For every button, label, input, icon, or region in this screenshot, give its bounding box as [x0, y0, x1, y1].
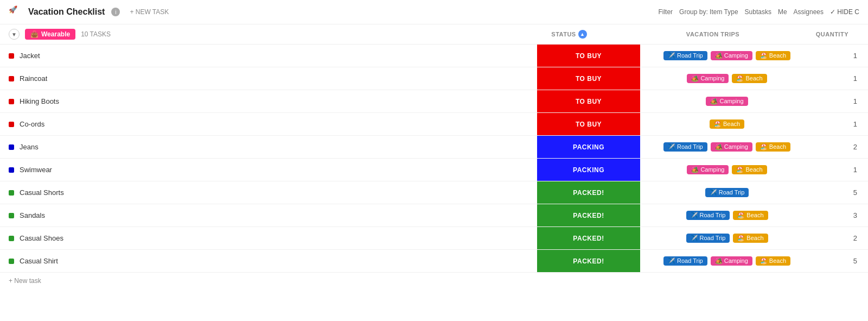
- status-cell[interactable]: PACKING: [537, 159, 640, 181]
- task-left: Sandals: [0, 207, 537, 224]
- status-cell[interactable]: TO BUY: [537, 67, 640, 90]
- status-cell[interactable]: PACKED!: [537, 250, 640, 272]
- task-row[interactable]: Casual ShirtPACKED!✈️ Road Trip🏕️ Campin…: [0, 250, 868, 273]
- task-left: Raincoat: [0, 70, 537, 87]
- task-row[interactable]: JeansPACKING✈️ Road Trip🏕️ Camping🏖️ Bea…: [0, 136, 868, 159]
- qty-cell: 1: [814, 74, 868, 83]
- app-logo: 🚀: [9, 5, 22, 18]
- trips-cell: ✈️ Road Trip🏕️ Camping🏖️ Beach: [640, 139, 814, 155]
- subtasks-button[interactable]: Subtasks: [745, 8, 771, 16]
- trip-tag[interactable]: ✈️ Road Trip: [663, 142, 707, 152]
- task-row[interactable]: RaincoatTO BUY🏕️ Camping🏖️ Beach1: [0, 67, 868, 90]
- col-qty-header: QUANTITY: [805, 31, 859, 37]
- task-row[interactable]: Co-ordsTO BUY🏖️ Beach1: [0, 113, 868, 136]
- trip-tag[interactable]: ✈️ Road Trip: [686, 234, 730, 243]
- trips-cell: ✈️ Road Trip🏖️ Beach: [640, 207, 814, 223]
- status-cell[interactable]: TO BUY: [537, 90, 640, 112]
- trips-cell: ✈️ Road Trip🏕️ Camping🏖️ Beach: [640, 253, 814, 269]
- qty-cell: 3: [814, 211, 868, 219]
- group-count: 10 TASKS: [81, 30, 111, 38]
- color-dot: [9, 213, 14, 218]
- task-name: Casual Shoes: [20, 234, 63, 242]
- assignees-button[interactable]: Assignees: [794, 8, 824, 16]
- trip-tag[interactable]: ✈️ Road Trip: [663, 51, 707, 60]
- me-button[interactable]: Me: [778, 8, 787, 16]
- task-row[interactable]: SandalsPACKED!✈️ Road Trip🏖️ Beach3: [0, 204, 868, 227]
- qty-cell: 5: [814, 188, 868, 197]
- sort-icon[interactable]: ▲: [578, 30, 587, 39]
- status-cell[interactable]: TO BUY: [537, 113, 640, 135]
- task-name: Jeans: [20, 143, 39, 151]
- top-bar: 🚀 Vacation Checklist i + NEW TASK Filter…: [0, 0, 868, 24]
- status-cell[interactable]: PACKED!: [537, 181, 640, 204]
- trips-cell: 🏖️ Beach: [640, 116, 814, 132]
- qty-cell: 1: [814, 52, 868, 60]
- trips-cell: ✈️ Road Trip: [640, 185, 814, 200]
- trip-tag[interactable]: ✈️ Road Trip: [686, 211, 730, 220]
- task-row[interactable]: SwimwearPACKING🏕️ Camping🏖️ Beach1: [0, 159, 868, 181]
- col-trips-header: VACATION TRIPS: [626, 31, 800, 37]
- trips-cell: ✈️ Road Trip🏕️ Camping🏖️ Beach: [640, 48, 814, 64]
- task-row[interactable]: Hiking BootsTO BUY🏕️ Camping1: [0, 90, 868, 113]
- group-by-button[interactable]: Group by: Item Type: [679, 8, 738, 16]
- task-left: Casual Shoes: [0, 230, 537, 247]
- status-cell[interactable]: TO BUY: [537, 45, 640, 67]
- group-header: ▼ 👜 Wearable 10 TASKS STATUS ▲ VACATION …: [0, 24, 868, 45]
- qty-cell: 1: [814, 97, 868, 105]
- new-task-row[interactable]: + New task: [0, 273, 868, 289]
- qty-cell: 2: [814, 234, 868, 242]
- trip-tag[interactable]: 🏖️ Beach: [732, 165, 767, 174]
- task-left: Jacket: [0, 47, 537, 64]
- trips-cell: ✈️ Road Trip🏖️ Beach: [640, 230, 814, 246]
- task-name: Sandals: [20, 211, 45, 219]
- task-row[interactable]: JacketTO BUY✈️ Road Trip🏕️ Camping🏖️ Bea…: [0, 45, 868, 67]
- col-status-header: STATUS ▲: [518, 30, 621, 39]
- info-icon[interactable]: i: [111, 8, 120, 16]
- trip-tag[interactable]: ✈️ Road Trip: [663, 256, 707, 266]
- group-badge-label: Wearable: [41, 30, 70, 38]
- qty-cell: 5: [814, 257, 868, 265]
- task-left: Co-ords: [0, 116, 537, 133]
- trip-tag[interactable]: 🏖️ Beach: [710, 119, 744, 129]
- trip-tag[interactable]: 🏖️ Beach: [733, 211, 768, 220]
- task-left: Casual Shorts: [0, 184, 537, 201]
- status-cell[interactable]: PACKED!: [537, 227, 640, 249]
- task-row[interactable]: Casual ShortsPACKED!✈️ Road Trip5: [0, 181, 868, 204]
- color-dot: [9, 122, 14, 127]
- trip-tag[interactable]: 🏕️ Camping: [711, 142, 752, 152]
- task-left: Swimwear: [0, 161, 537, 178]
- trips-cell: 🏕️ Camping🏖️ Beach: [640, 162, 814, 178]
- status-cell[interactable]: PACKING: [537, 136, 640, 158]
- filter-button[interactable]: Filter: [658, 8, 673, 16]
- trip-tag[interactable]: 🏕️ Camping: [687, 165, 729, 174]
- color-dot: [9, 53, 14, 59]
- color-dot: [9, 76, 14, 81]
- task-name: Raincoat: [20, 74, 47, 83]
- task-left: Casual Shirt: [0, 253, 537, 269]
- status-cell[interactable]: PACKED!: [537, 204, 640, 226]
- trip-tag[interactable]: 🏖️ Beach: [756, 142, 790, 152]
- trip-tag[interactable]: 🏖️ Beach: [733, 234, 768, 243]
- trip-tag[interactable]: 🏕️ Camping: [711, 256, 752, 266]
- new-task-button[interactable]: + NEW TASK: [126, 7, 172, 17]
- color-dot: [9, 236, 14, 241]
- color-dot: [9, 144, 14, 150]
- trip-tag[interactable]: 🏕️ Camping: [711, 51, 752, 60]
- trip-tag[interactable]: 🏕️ Camping: [687, 74, 729, 83]
- task-row[interactable]: Casual ShoesPACKED!✈️ Road Trip🏖️ Beach2: [0, 227, 868, 250]
- color-dot: [9, 259, 14, 264]
- task-left: Jeans: [0, 139, 537, 155]
- trip-tag[interactable]: 🏖️ Beach: [756, 256, 790, 266]
- hide-button[interactable]: ✓ HIDE C: [830, 8, 859, 16]
- trip-tag[interactable]: 🏕️ Camping: [706, 97, 748, 106]
- trip-tag[interactable]: ✈️ Road Trip: [705, 188, 749, 197]
- collapse-button[interactable]: ▼: [9, 29, 20, 40]
- trip-tag[interactable]: 🏖️ Beach: [756, 51, 790, 60]
- trips-cell: 🏕️ Camping🏖️ Beach: [640, 71, 814, 86]
- qty-cell: 2: [814, 143, 868, 151]
- color-dot: [9, 167, 14, 173]
- group-badge-emoji: 👜: [30, 30, 39, 38]
- task-name: Jacket: [20, 52, 40, 60]
- top-actions: Filter Group by: Item Type Subtasks Me A…: [658, 8, 824, 16]
- trip-tag[interactable]: 🏖️ Beach: [732, 74, 767, 83]
